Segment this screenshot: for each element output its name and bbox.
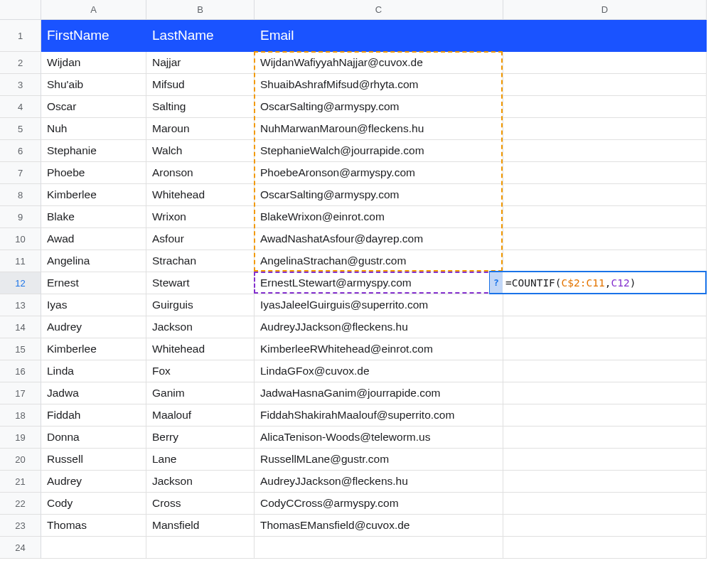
cell-B16[interactable]: Fox xyxy=(146,360,255,382)
select-all-corner[interactable] xyxy=(0,0,41,20)
cell-B13[interactable]: Guirguis xyxy=(146,294,255,316)
row-header-7[interactable]: 7 xyxy=(0,162,41,184)
cell-A10[interactable]: Awad xyxy=(41,228,146,250)
cell-C20[interactable]: RussellMLane@gustr.com xyxy=(255,449,503,471)
cell-D16[interactable] xyxy=(503,360,707,382)
cell-D4[interactable] xyxy=(503,96,707,118)
cell-D8[interactable] xyxy=(503,184,707,206)
cell-C13[interactable]: IyasJaleelGuirguis@superrito.com xyxy=(255,294,503,316)
row-header-12[interactable]: 12 xyxy=(0,272,41,294)
cell-D9[interactable] xyxy=(503,206,707,228)
cell-B11[interactable]: Strachan xyxy=(146,250,255,272)
cell-C18[interactable]: FiddahShakirahMaalouf@superrito.com xyxy=(255,404,503,427)
row-header-9[interactable]: 9 xyxy=(0,206,41,228)
cell-B20[interactable]: Lane xyxy=(146,449,255,471)
row-header-1[interactable]: 1 xyxy=(0,20,41,52)
cell-C16[interactable]: LindaGFox@cuvox.de xyxy=(255,360,503,382)
cell-C2[interactable]: WijdanWafiyyahNajjar@cuvox.de xyxy=(255,52,503,74)
row-header-11[interactable]: 11 xyxy=(0,250,41,272)
row-header-21[interactable]: 21 xyxy=(0,471,41,493)
cell-D19[interactable] xyxy=(503,427,707,449)
cell-A15[interactable]: Kimberlee xyxy=(41,338,146,360)
row-header-20[interactable]: 20 xyxy=(0,449,41,471)
cell-A13[interactable]: Iyas xyxy=(41,294,146,316)
row-header-6[interactable]: 6 xyxy=(0,140,41,162)
cell-D1[interactable] xyxy=(503,20,707,52)
cell-A18[interactable]: Fiddah xyxy=(41,404,146,427)
cell-B1[interactable]: LastName xyxy=(146,20,255,52)
row-header-4[interactable]: 4 xyxy=(0,96,41,118)
cell-C22[interactable]: CodyCCross@armyspy.com xyxy=(255,493,503,515)
cell-A17[interactable]: Jadwa xyxy=(41,382,146,404)
cell-B24[interactable] xyxy=(146,537,255,559)
cell-D18[interactable] xyxy=(503,404,707,427)
cell-D10[interactable] xyxy=(503,228,707,250)
cell-D2[interactable] xyxy=(503,52,707,74)
cell-D13[interactable] xyxy=(503,294,707,316)
row-header-19[interactable]: 19 xyxy=(0,427,41,449)
col-header-A[interactable]: A xyxy=(41,0,146,20)
row-headers[interactable]: 123456789101112131415161718192021222324 xyxy=(0,20,41,559)
cell-C8[interactable]: OscarSalting@armyspy.com xyxy=(255,184,503,206)
row-header-22[interactable]: 22 xyxy=(0,493,41,515)
cell-D6[interactable] xyxy=(503,140,707,162)
cell-C11[interactable]: AngelinaStrachan@gustr.com xyxy=(255,250,503,272)
cell-D21[interactable] xyxy=(503,471,707,493)
row-header-18[interactable]: 18 xyxy=(0,404,41,427)
cell-D15[interactable] xyxy=(503,338,707,360)
cell-C23[interactable]: ThomasEMansfield@cuvox.de xyxy=(255,515,503,537)
cell-C3[interactable]: ShuaibAshrafMifsud@rhyta.com xyxy=(255,74,503,96)
row-header-5[interactable]: 5 xyxy=(0,118,41,140)
cell-B10[interactable]: Asfour xyxy=(146,228,255,250)
spreadsheet[interactable]: ABCD 12345678910111213141516171819202122… xyxy=(0,0,728,563)
cell-B6[interactable]: Walch xyxy=(146,140,255,162)
cell-C4[interactable]: OscarSalting@armyspy.com xyxy=(255,96,503,118)
cell-C15[interactable]: KimberleeRWhitehead@einrot.com xyxy=(255,338,503,360)
cell-B4[interactable]: Salting xyxy=(146,96,255,118)
row-header-24[interactable]: 24 xyxy=(0,537,41,559)
cell-A14[interactable]: Audrey xyxy=(41,316,146,338)
cell-C9[interactable]: BlakeWrixon@einrot.com xyxy=(255,206,503,228)
cell-C5[interactable]: NuhMarwanMaroun@fleckens.hu xyxy=(255,118,503,140)
column-headers[interactable]: ABCD xyxy=(41,0,707,20)
cell-D17[interactable] xyxy=(503,382,707,404)
cell-A21[interactable]: Audrey xyxy=(41,471,146,493)
row-header-14[interactable]: 14 xyxy=(0,316,41,338)
cell-B21[interactable]: Jackson xyxy=(146,471,255,493)
row-header-3[interactable]: 3 xyxy=(0,74,41,96)
cell-A19[interactable]: Donna xyxy=(41,427,146,449)
cell-A1[interactable]: FirstName xyxy=(41,20,146,52)
cell-C14[interactable]: AudreyJJackson@fleckens.hu xyxy=(255,316,503,338)
cell-A2[interactable]: Wijdan xyxy=(41,52,146,74)
cell-A9[interactable]: Blake xyxy=(41,206,146,228)
active-cell-editor[interactable]: ? =COUNTIF(C$2:C11,C12) xyxy=(489,271,707,294)
cell-C7[interactable]: PhoebeAronson@armyspy.com xyxy=(255,162,503,184)
cell-B22[interactable]: Cross xyxy=(146,493,255,515)
row-header-10[interactable]: 10 xyxy=(0,228,41,250)
cell-C21[interactable]: AudreyJJackson@fleckens.hu xyxy=(255,471,503,493)
cell-D11[interactable] xyxy=(503,250,707,272)
cell-B7[interactable]: Aronson xyxy=(146,162,255,184)
cell-A5[interactable]: Nuh xyxy=(41,118,146,140)
formula-help-icon[interactable]: ? xyxy=(490,272,503,293)
cell-D22[interactable] xyxy=(503,493,707,515)
cell-D3[interactable] xyxy=(503,74,707,96)
col-header-D[interactable]: D xyxy=(503,0,707,20)
cell-B5[interactable]: Maroun xyxy=(146,118,255,140)
cell-A23[interactable]: Thomas xyxy=(41,515,146,537)
cell-B9[interactable]: Wrixon xyxy=(146,206,255,228)
col-header-C[interactable]: C xyxy=(255,0,503,20)
row-header-15[interactable]: 15 xyxy=(0,338,41,360)
cell-A4[interactable]: Oscar xyxy=(41,96,146,118)
cell-B15[interactable]: Whitehead xyxy=(146,338,255,360)
cell-A8[interactable]: Kimberlee xyxy=(41,184,146,206)
row-header-16[interactable]: 16 xyxy=(0,360,41,382)
cell-C19[interactable]: AlicaTenison-Woods@teleworm.us xyxy=(255,427,503,449)
cell-A20[interactable]: Russell xyxy=(41,449,146,471)
cell-B18[interactable]: Maalouf xyxy=(146,404,255,427)
row-header-8[interactable]: 8 xyxy=(0,184,41,206)
cell-B2[interactable]: Najjar xyxy=(146,52,255,74)
cell-C17[interactable]: JadwaHasnaGanim@jourrapide.com xyxy=(255,382,503,404)
cell-B19[interactable]: Berry xyxy=(146,427,255,449)
cell-C12[interactable]: ErnestLStewart@armyspy.com xyxy=(255,272,503,294)
